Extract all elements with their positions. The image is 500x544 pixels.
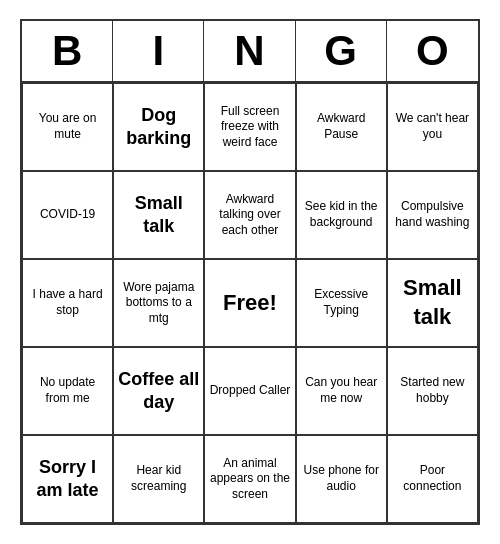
bingo-cell-4: We can't hear you: [387, 83, 478, 171]
bingo-cell-19: Started new hobby: [387, 347, 478, 435]
bingo-grid: You are on muteDog barkingFull screen fr…: [22, 83, 478, 523]
bingo-cell-24: Poor connection: [387, 435, 478, 523]
bingo-cell-10: I have a hard stop: [22, 259, 113, 347]
bingo-cell-14: Small talk: [387, 259, 478, 347]
bingo-cell-18: Can you hear me now: [296, 347, 387, 435]
bingo-cell-8: See kid in the background: [296, 171, 387, 259]
bingo-letter-b: B: [22, 21, 113, 81]
bingo-cell-5: COVID-19: [22, 171, 113, 259]
bingo-cell-7: Awkward talking over each other: [204, 171, 295, 259]
bingo-cell-15: No update from me: [22, 347, 113, 435]
bingo-cell-23: Use phone for audio: [296, 435, 387, 523]
bingo-letter-g: G: [296, 21, 387, 81]
bingo-header: BINGO: [22, 21, 478, 83]
bingo-letter-i: I: [113, 21, 204, 81]
bingo-cell-1: Dog barking: [113, 83, 204, 171]
bingo-letter-o: O: [387, 21, 478, 81]
bingo-cell-3: Awkward Pause: [296, 83, 387, 171]
bingo-cell-11: Wore pajama bottoms to a mtg: [113, 259, 204, 347]
bingo-cell-12: Free!: [204, 259, 295, 347]
bingo-cell-17: Dropped Caller: [204, 347, 295, 435]
bingo-cell-16: Coffee all day: [113, 347, 204, 435]
bingo-cell-13: Excessive Typing: [296, 259, 387, 347]
bingo-cell-9: Compulsive hand washing: [387, 171, 478, 259]
bingo-letter-n: N: [204, 21, 295, 81]
bingo-cell-22: An animal appears on the screen: [204, 435, 295, 523]
bingo-cell-0: You are on mute: [22, 83, 113, 171]
bingo-cell-20: Sorry I am late: [22, 435, 113, 523]
bingo-cell-21: Hear kid screaming: [113, 435, 204, 523]
bingo-cell-2: Full screen freeze with weird face: [204, 83, 295, 171]
bingo-card: BINGO You are on muteDog barkingFull scr…: [20, 19, 480, 525]
bingo-cell-6: Small talk: [113, 171, 204, 259]
